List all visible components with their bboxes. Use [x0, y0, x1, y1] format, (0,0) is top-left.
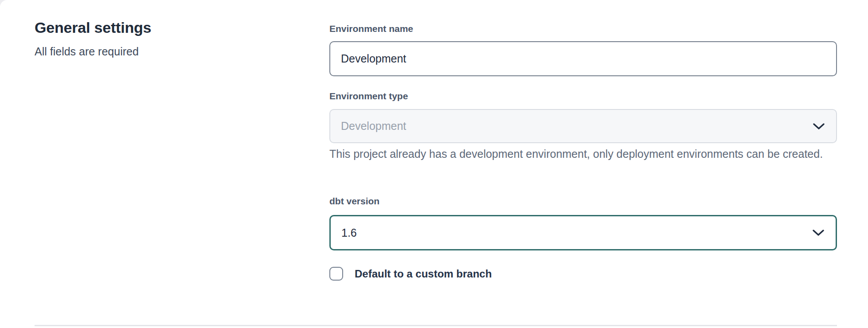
section-heading-block: General settings All fields are required [35, 18, 283, 59]
custom-branch-label[interactable]: Default to a custom branch [355, 267, 492, 281]
chevron-down-icon [813, 123, 825, 130]
environment-type-helper-text: This project already has a development e… [329, 146, 826, 162]
dbt-version-label: dbt version [329, 195, 379, 207]
settings-card: General settings All fields are required… [0, 0, 868, 328]
custom-branch-row: Default to a custom branch [329, 267, 492, 281]
environment-type-value: Development [341, 121, 825, 132]
chevron-down-icon [813, 229, 824, 236]
custom-branch-checkbox[interactable] [329, 267, 343, 281]
environment-type-label: Environment type [329, 90, 408, 102]
environment-type-select: Development [329, 109, 837, 143]
environment-settings-screen: General settings All fields are required… [0, 0, 868, 328]
environment-name-input[interactable] [329, 41, 837, 76]
general-settings-form: Environment name Environment type Develo… [329, 0, 837, 328]
dbt-version-value: 1.6 [341, 227, 825, 238]
section-divider [35, 325, 837, 326]
dbt-version-select[interactable]: 1.6 [329, 215, 837, 250]
page-title: General settings [35, 18, 283, 37]
page-subtitle: All fields are required [35, 44, 283, 59]
environment-name-label: Environment name [329, 23, 413, 35]
